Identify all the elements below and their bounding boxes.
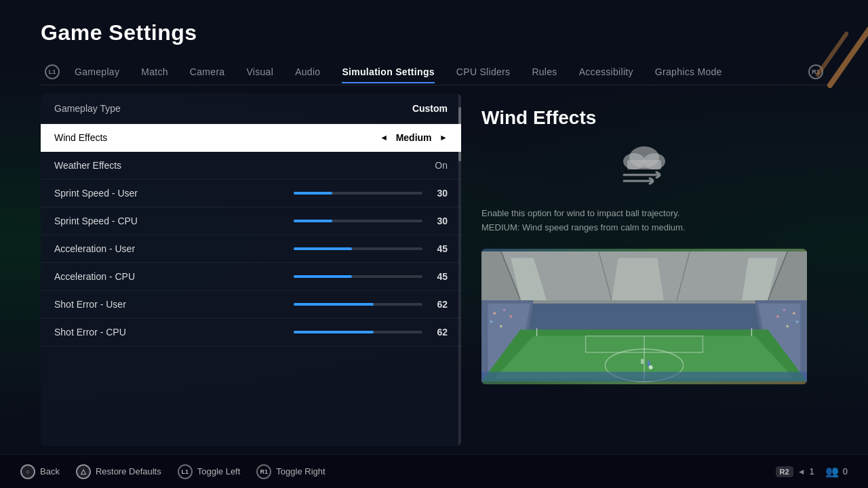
tab-graphics-mode[interactable]: Graphics Mode — [644, 61, 733, 83]
shot-error-cpu-track[interactable] — [294, 331, 422, 333]
right-panel: Wind Effects Enable this option for wind… — [461, 94, 827, 446]
acceleration-cpu-fill — [294, 275, 352, 278]
sprint-speed-user-track[interactable] — [294, 192, 422, 195]
toggle-left-button[interactable]: L1 Toggle Left — [178, 464, 241, 479]
svg-rect-38 — [648, 361, 650, 366]
shot-error-user-fill — [294, 303, 374, 306]
weather-effects-label: Weather Effects — [54, 160, 121, 171]
sprint-speed-cpu-row[interactable]: Sprint Speed - CPU 30 — [41, 207, 461, 235]
left-panel: Gameplay Type Custom Wind Effects ◄ Medi… — [41, 94, 461, 446]
tab-audio[interactable]: Audio — [284, 61, 331, 83]
people-item: 👥 0 — [825, 465, 848, 478]
sprint-speed-user-row[interactable]: Sprint Speed - User 30 — [41, 180, 461, 207]
wind-effects-control: ◄ Medium ► — [380, 132, 448, 143]
shot-error-user-label: Shot Error - User — [54, 299, 126, 310]
sprint-speed-cpu-fill — [294, 220, 332, 222]
people-icon: 👥 — [825, 465, 839, 478]
shot-error-user-row[interactable]: Shot Error - User 62 — [41, 291, 461, 319]
tab-accessibility[interactable]: Accessibility — [568, 61, 644, 83]
svg-point-31 — [500, 325, 502, 327]
sprint-speed-cpu-track[interactable] — [294, 220, 422, 222]
acceleration-user-label: Acceleration - User — [54, 243, 135, 254]
svg-point-32 — [793, 312, 795, 314]
shot-error-cpu-label: Shot Error - CPU — [54, 327, 126, 338]
scroll-thumb — [458, 107, 461, 161]
nav-right-button[interactable]: R1 — [804, 59, 827, 85]
nav-left-button[interactable]: L1 — [41, 59, 64, 85]
shot-error-cpu-row[interactable]: Shot Error - CPU 62 — [41, 319, 461, 346]
gameplay-type-label: Gameplay Type — [54, 103, 121, 114]
tab-gameplay[interactable]: Gameplay — [64, 61, 130, 83]
svg-point-34 — [796, 320, 799, 323]
r1-icon: R1 — [808, 64, 823, 79]
sprint-speed-cpu-control: 30 — [294, 216, 448, 226]
acceleration-user-fill — [294, 247, 352, 250]
acceleration-user-control: 45 — [294, 243, 448, 254]
tab-match[interactable]: Match — [130, 61, 179, 83]
shot-error-user-control: 62 — [294, 299, 448, 310]
arrow-right-icon[interactable]: ► — [439, 133, 448, 142]
tab-camera[interactable]: Camera — [179, 61, 236, 83]
svg-point-33 — [783, 308, 785, 311]
acceleration-user-track[interactable] — [294, 247, 422, 250]
gameplay-type-row: Gameplay Type Custom — [41, 94, 461, 124]
nav-tabs: L1 Gameplay Match Camera Visual Audio Si… — [41, 59, 827, 85]
footer-left: ○ Back △ Restore Defaults L1 Toggle Left… — [20, 464, 326, 479]
wind-effects-row[interactable]: Wind Effects ◄ Medium ► — [41, 124, 461, 152]
restore-defaults-label: Restore Defaults — [96, 466, 161, 476]
svg-point-39 — [649, 365, 653, 369]
acceleration-user-value: 45 — [431, 243, 448, 254]
svg-marker-14 — [612, 258, 664, 300]
footer: ○ Back △ Restore Defaults L1 Toggle Left… — [0, 454, 868, 488]
arrow-left-icon[interactable]: ◄ — [380, 133, 388, 142]
triangle-icon: △ — [76, 464, 91, 479]
tab-simulation-settings[interactable]: Simulation Settings — [331, 61, 445, 83]
r2-item: R2 ◄ 1 — [776, 466, 814, 477]
r2-value: 1 — [810, 466, 814, 476]
stadium-svg — [481, 249, 807, 384]
l1-footer-icon: L1 — [178, 464, 193, 479]
wind-effects-label: Wind Effects — [54, 132, 107, 143]
shot-error-user-value: 62 — [431, 299, 448, 310]
svg-point-35 — [776, 315, 779, 318]
acceleration-cpu-value: 45 — [431, 271, 448, 282]
sprint-speed-user-value: 30 — [431, 188, 448, 199]
svg-point-29 — [490, 320, 492, 323]
gameplay-type-value: Custom — [412, 103, 448, 114]
header: Game Settings L1 Gameplay Match Camera V… — [0, 0, 868, 85]
acceleration-cpu-track[interactable] — [294, 275, 422, 278]
stadium-preview — [481, 249, 807, 384]
acceleration-cpu-control: 45 — [294, 271, 448, 282]
weather-effects-value: On — [435, 160, 448, 171]
restore-defaults-button[interactable]: △ Restore Defaults — [76, 464, 161, 479]
scroll-bar[interactable] — [458, 94, 461, 446]
tab-visual[interactable]: Visual — [235, 61, 284, 83]
svg-rect-3 — [627, 160, 661, 169]
svg-point-30 — [509, 315, 512, 318]
weather-effects-row[interactable]: Weather Effects On — [41, 152, 461, 180]
acceleration-cpu-label: Acceleration - CPU — [54, 271, 135, 282]
wind-effects-value: Medium — [393, 132, 434, 143]
sprint-speed-cpu-value: 30 — [431, 216, 448, 226]
tab-rules[interactable]: Rules — [521, 61, 568, 83]
shot-error-cpu-control: 62 — [294, 327, 448, 338]
circle-icon: ○ — [20, 464, 35, 479]
svg-point-27 — [493, 312, 496, 314]
l1-icon: L1 — [45, 64, 60, 79]
wind-icon-container — [481, 142, 807, 190]
acceleration-user-row[interactable]: Acceleration - User 45 — [41, 235, 461, 263]
chevron-left-icon: ◄ — [797, 467, 806, 476]
detail-description: Enable this option for wind to impact ba… — [481, 207, 807, 235]
toggle-right-label: Toggle Right — [276, 466, 325, 476]
back-button[interactable]: ○ Back — [20, 464, 60, 479]
toggle-right-button[interactable]: R1 Toggle Right — [256, 464, 325, 479]
sprint-speed-cpu-label: Sprint Speed - CPU — [54, 216, 138, 226]
shot-error-user-track[interactable] — [294, 303, 422, 306]
acceleration-cpu-row[interactable]: Acceleration - CPU 45 — [41, 263, 461, 291]
toggle-left-label: Toggle Left — [197, 466, 241, 476]
shot-error-cpu-fill — [294, 331, 374, 333]
r1-footer-icon: R1 — [256, 464, 271, 479]
svg-point-28 — [503, 308, 506, 311]
page-title: Game Settings — [41, 20, 827, 45]
tab-cpu-sliders[interactable]: CPU Sliders — [446, 61, 521, 83]
